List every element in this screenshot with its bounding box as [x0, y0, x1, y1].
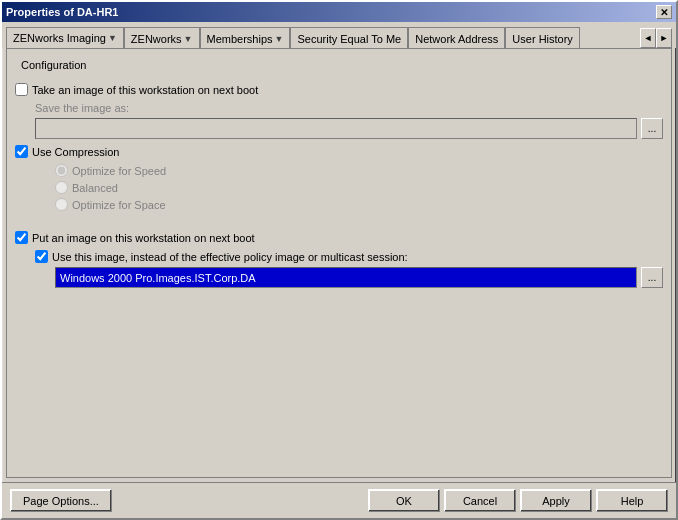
save-image-input[interactable] — [35, 118, 637, 139]
optimize-speed-label: Optimize for Speed — [72, 165, 166, 177]
tab-memberships-label: Memberships — [207, 33, 273, 45]
tab-zenworks-dropdown: ▼ — [184, 34, 193, 44]
use-compression-row: Use Compression — [15, 145, 663, 158]
help-button[interactable]: Help — [596, 489, 668, 512]
save-image-input-row: ... — [35, 118, 663, 139]
tab-zenworks[interactable]: ZENworks ▼ — [124, 27, 200, 48]
tab-prev-button[interactable]: ◄ — [640, 28, 656, 48]
use-compression-checkbox[interactable] — [15, 145, 28, 158]
optimize-speed-radio[interactable] — [55, 164, 68, 177]
image-path-input[interactable] — [55, 267, 637, 288]
use-this-image-row: Use this image, instead of the effective… — [35, 250, 663, 263]
save-image-group: Save the image as: ... — [35, 102, 663, 139]
tab-user-history-label: User History — [512, 33, 573, 45]
title-bar: Properties of DA-HR1 ✕ — [2, 2, 676, 22]
tab-zenworks-imaging[interactable]: ZENworks Imaging ▼ — [6, 27, 124, 48]
title-bar-title: Properties of DA-HR1 — [6, 6, 118, 18]
tab-network-address-label: Network Address — [415, 33, 498, 45]
optimize-space-label: Optimize for Space — [72, 199, 166, 211]
tab-security-equal-label: Security Equal To Me — [297, 33, 401, 45]
tab-zenworks-label: ZENworks — [131, 33, 182, 45]
balanced-row: Balanced — [55, 181, 663, 194]
tab-next-button[interactable]: ► — [656, 28, 672, 48]
bottom-left: Page Options... — [10, 489, 112, 512]
take-image-checkbox[interactable] — [15, 83, 28, 96]
tab-memberships-dropdown: ▼ — [275, 34, 284, 44]
compression-radio-group: Optimize for Speed Balanced Optimize for… — [55, 164, 663, 211]
sub-tab-configuration[interactable]: Configuration — [15, 57, 92, 75]
use-this-image-checkbox[interactable] — [35, 250, 48, 263]
window-title: Properties of DA-HR1 — [6, 6, 118, 18]
cancel-button[interactable]: Cancel — [444, 489, 516, 512]
use-compression-label: Use Compression — [32, 146, 119, 158]
apply-button[interactable]: Apply — [520, 489, 592, 512]
bottom-right: OK Cancel Apply Help — [368, 489, 668, 512]
balanced-label: Balanced — [72, 182, 118, 194]
put-image-label: Put an image on this workstation on next… — [32, 232, 255, 244]
form-section: Take an image of this workstation on nex… — [15, 83, 663, 288]
sub-tab-bar: Configuration — [15, 57, 663, 75]
put-image-row: Put an image on this workstation on next… — [15, 231, 663, 244]
properties-window: Properties of DA-HR1 ✕ ZENworks Imaging … — [0, 0, 678, 520]
content-area: Configuration Take an image of this work… — [6, 48, 672, 478]
tab-zenworks-imaging-label: ZENworks Imaging — [13, 32, 106, 44]
optimize-space-row: Optimize for Space — [55, 198, 663, 211]
page-options-button[interactable]: Page Options... — [10, 489, 112, 512]
tab-memberships[interactable]: Memberships ▼ — [200, 27, 291, 48]
put-image-checkbox[interactable] — [15, 231, 28, 244]
ok-button[interactable]: OK — [368, 489, 440, 512]
bottom-bar: Page Options... OK Cancel Apply Help — [2, 482, 676, 518]
use-this-image-group: Use this image, instead of the effective… — [35, 250, 663, 288]
tab-zenworks-imaging-dropdown: ▼ — [108, 33, 117, 43]
save-image-label: Save the image as: — [35, 102, 663, 114]
browse-image-path-button[interactable]: ... — [641, 267, 663, 288]
take-image-label: Take an image of this workstation on nex… — [32, 84, 258, 96]
balanced-radio[interactable] — [55, 181, 68, 194]
optimize-speed-row: Optimize for Speed — [55, 164, 663, 177]
optimize-space-radio[interactable] — [55, 198, 68, 211]
tab-bar: ZENworks Imaging ▼ ZENworks ▼ Membership… — [2, 22, 676, 48]
take-image-row: Take an image of this workstation on nex… — [15, 83, 663, 96]
tab-security-equal[interactable]: Security Equal To Me — [290, 27, 408, 48]
browse-image-button[interactable]: ... — [641, 118, 663, 139]
image-path-input-row: ... — [55, 267, 663, 288]
tab-network-address[interactable]: Network Address — [408, 27, 505, 48]
close-button[interactable]: ✕ — [656, 5, 672, 19]
use-this-image-label: Use this image, instead of the effective… — [52, 251, 408, 263]
tab-user-history[interactable]: User History — [505, 27, 580, 48]
